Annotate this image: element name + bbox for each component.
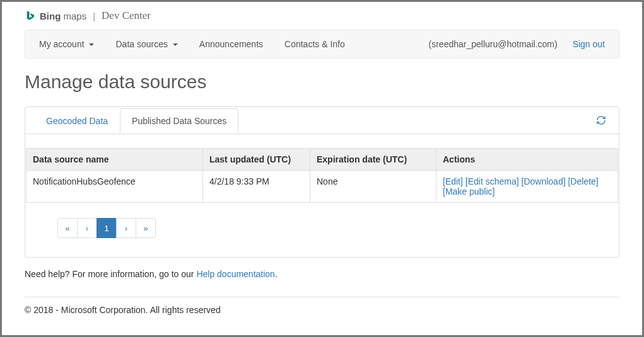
tab-bar: Geocoded Data Published Data Sources xyxy=(25,107,619,134)
sign-out-link[interactable]: Sign out xyxy=(573,39,605,49)
main-navbar: My account Data sources Announcements Co… xyxy=(25,30,619,59)
cell-name: NotificationHubsGeofence xyxy=(26,171,203,203)
cell-updated: 4/2/18 9:33 PM xyxy=(203,171,310,203)
chevron-down-icon xyxy=(89,43,94,46)
action-edit-schema[interactable]: [Edit schema] xyxy=(465,176,519,186)
nav-my-account-label: My account xyxy=(39,39,85,49)
pager-page-1[interactable]: 1 xyxy=(97,218,117,238)
table-header-row: Data source name Last updated (UTC) Expi… xyxy=(26,149,618,171)
nav-right: (sreedhar_pelluru@hotmail.com) Sign out xyxy=(429,39,605,49)
data-sources-panel: Geocoded Data Published Data Sources Dat… xyxy=(25,106,619,258)
user-email: (sreedhar_pelluru@hotmail.com) xyxy=(429,39,558,49)
nav-left: My account Data sources Announcements Co… xyxy=(39,39,345,49)
col-header-expiration: Expiration date (UTC) xyxy=(310,149,436,171)
pagination: « ‹ 1 › » xyxy=(33,218,619,238)
chevron-down-icon xyxy=(173,43,178,46)
action-make-public[interactable]: [Make public] xyxy=(443,186,495,197)
bing-logo-icon xyxy=(25,10,36,21)
tab-geocoded-data[interactable]: Geocoded Data xyxy=(34,108,120,133)
nav-data-sources[interactable]: Data sources xyxy=(115,39,177,49)
pager-next[interactable]: › xyxy=(116,218,136,238)
col-header-updated: Last updated (UTC) xyxy=(203,149,310,171)
brand-divider: | xyxy=(90,11,98,21)
tab-published-data-sources[interactable]: Published Data Sources xyxy=(120,108,238,133)
cell-actions: [Edit] [Edit schema] [Download] [Delete]… xyxy=(436,171,618,203)
cell-expiration: None xyxy=(310,171,436,203)
refresh-icon[interactable] xyxy=(592,111,610,129)
brand-maps: maps xyxy=(64,11,87,21)
help-prefix: Need help? For more information, go to o… xyxy=(25,269,196,279)
table-row: NotificationHubsGeofence 4/2/18 9:33 PM … xyxy=(26,171,618,203)
pager-last[interactable]: » xyxy=(136,218,156,238)
pager-first[interactable]: « xyxy=(57,218,78,238)
brand-header: Bing maps | Dev Center xyxy=(25,9,619,22)
col-header-name: Data source name xyxy=(26,149,203,171)
help-suffix: . xyxy=(275,269,278,279)
col-header-actions: Actions xyxy=(436,149,618,171)
page-title: Manage data sources xyxy=(25,71,619,93)
action-edit[interactable]: [Edit] xyxy=(443,176,463,186)
brand-dev-center: Dev Center xyxy=(102,9,151,22)
pager-prev[interactable]: ‹ xyxy=(77,218,97,238)
data-sources-table: Data source name Last updated (UTC) Expi… xyxy=(26,148,618,203)
nav-contacts[interactable]: Contacts & Info xyxy=(284,39,345,49)
nav-my-account[interactable]: My account xyxy=(39,39,94,49)
help-documentation-link[interactable]: Help documentation xyxy=(196,269,275,279)
action-delete[interactable]: [Delete] xyxy=(568,176,598,186)
help-line: Need help? For more information, go to o… xyxy=(25,269,619,279)
brand-bing: Bing xyxy=(40,11,61,21)
footer-copyright: © 2018 - Microsoft Corporation. All righ… xyxy=(25,305,619,315)
brand-text: Bing maps xyxy=(40,11,86,21)
action-download[interactable]: [Download] xyxy=(522,176,566,186)
footer-separator xyxy=(25,297,619,297)
nav-data-sources-label: Data sources xyxy=(115,39,167,49)
nav-announcements[interactable]: Announcements xyxy=(199,39,263,49)
